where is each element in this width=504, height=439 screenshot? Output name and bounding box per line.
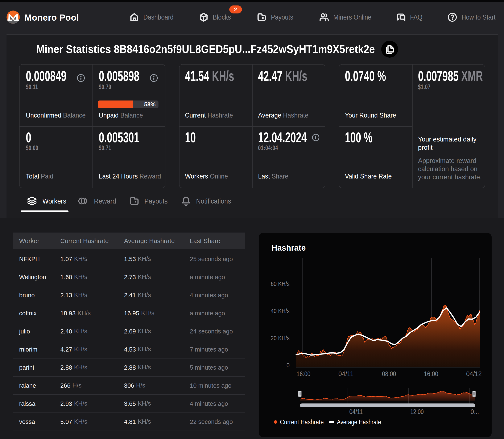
svg-text:04/11: 04/11	[349, 408, 363, 415]
svg-text:60 KH/s: 60 KH/s	[271, 280, 290, 287]
svg-text:40 KH/s: 40 KH/s	[271, 307, 290, 314]
svg-text:12:00: 12:00	[410, 408, 424, 415]
svg-text:Average Hashrate: Average Hashrate	[337, 418, 381, 426]
svg-text:0...: 0...	[471, 408, 479, 415]
svg-text:04/12: 04/12	[466, 370, 482, 378]
svg-text:04/11: 04/11	[338, 370, 354, 378]
svg-text:08:00: 08:00	[382, 370, 396, 378]
svg-text:Current Hashrate: Current Hashrate	[280, 418, 324, 426]
svg-text:0: 0	[287, 362, 290, 368]
svg-text:16:00: 16:00	[297, 370, 311, 378]
svg-text:20 KH/s: 20 KH/s	[271, 334, 290, 341]
svg-text:16:00: 16:00	[424, 370, 438, 378]
